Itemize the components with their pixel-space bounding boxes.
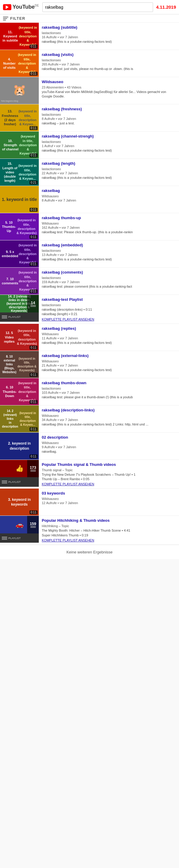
- result-title[interactable]: rakselbag (description-links): [42, 408, 177, 413]
- result-title[interactable]: Wildsauseo: [42, 80, 177, 85]
- playlist-link[interactable]: KOMPLETTE PLAYLIST ANSEHEN: [42, 482, 177, 486]
- result-desc: The Mighty Booth: Hitcher – Hitch-Hiker …: [42, 528, 177, 537]
- filter-bar[interactable]: FILTER: [0, 14, 179, 23]
- playlist-bar: PLAYLIST: [0, 533, 39, 543]
- result-title[interactable]: rakselbag (subtitle): [42, 25, 177, 30]
- duration-badge: 0:11: [30, 289, 38, 293]
- thumbnail: 7. 10 comments(keyword in title,descript…: [0, 268, 39, 294]
- duration-badge: 0:11: [30, 373, 38, 377]
- result-meta: 1 Aufruf • vor 7 Jahren: [42, 144, 177, 148]
- list-item: 5. 10 Thumbs-Up(keyword in title,descrip…: [0, 213, 179, 240]
- result-title[interactable]: Popular Hitchhiking & Thumb videos: [42, 518, 177, 523]
- result-info: rakselbag-test Playlist lastactionseo ra…: [39, 295, 179, 323]
- result-info: rakselbag (replies) Wildsauseo 11 Aufruf…: [39, 324, 179, 351]
- result-channel: 23 Abonnenten • 43 Videos: [42, 86, 177, 89]
- playlist-count: 173: [27, 460, 39, 477]
- search-input[interactable]: [42, 2, 153, 12]
- list-item: 8. 10 external links(Blogs, Websites)(ke…: [0, 351, 179, 378]
- result-title[interactable]: rakselbag (external-links): [42, 353, 177, 359]
- result-info: Popular Thumbs signal & Thumb videos Thu…: [39, 460, 179, 489]
- filter-icon: [3, 17, 8, 20]
- no-more-results: Keine weiteren Ergebnisse: [0, 545, 179, 559]
- result-title[interactable]: 02 description: [42, 435, 177, 440]
- result-meta: 8 Aufrufe • vor 7 Jahren: [42, 198, 177, 202]
- thumbnail: 9. 5 x embedded(keyword in title,descrip…: [0, 240, 39, 267]
- results-list: 11. Keyword in subtitle(keyword in title…: [0, 23, 179, 545]
- result-meta: 13 Aufrufe • vor 7 Jahren: [42, 253, 177, 256]
- result-channel: lastactionseo: [42, 113, 177, 116]
- list-item: 15. Length of video(double length)(keywo…: [0, 159, 179, 186]
- result-title[interactable]: rakselbag thumbs-down: [42, 381, 177, 386]
- result-desc: rakselbag test: just visits, please no t…: [42, 67, 177, 71]
- result-title[interactable]: rakselbag thumbs-up: [42, 216, 177, 221]
- thumbnail: 10. Strength of channel(keyword in title…: [0, 131, 39, 158]
- thumbnail: 14. 2 (relevant)links in descr.(keyword …: [0, 295, 39, 322]
- header-date: 4.11.2019: [156, 4, 176, 9]
- playlist-link[interactable]: KOMPLETTE PLAYLIST ANSEHEN: [42, 538, 177, 542]
- thumbnail: 🚗 159 PLAYLIST: [0, 516, 39, 543]
- result-channel: lastactionseo: [42, 386, 177, 390]
- result-channel: Wildsauseo: [42, 222, 177, 225]
- thumbnail: 8. 10 external links(Blogs, Websites)(ke…: [0, 351, 39, 378]
- result-channel: Wildsauseo: [42, 414, 177, 417]
- playlist-count: 159: [27, 516, 39, 533]
- result-info: 02 description Wildsauseo 9 Aufrufe • vo…: [39, 433, 179, 460]
- thumbnail: 5. 10 Thumbs-Up(keyword in title,descrip…: [0, 213, 39, 240]
- result-info: rakselbag (freshness) lastactionseo 8 Au…: [39, 104, 179, 131]
- duration-badge: 0:11: [30, 427, 38, 431]
- result-desc: rakselbag (this is a youtube-ranking-fac…: [42, 422, 177, 427]
- youtube-logo[interactable]: YouTubeDE: [3, 4, 39, 10]
- result-info: rakselbag thumbs-up Wildsauseo 162 Aufru…: [39, 213, 179, 240]
- result-desc: rakselbag (this is a youtube-ranking-fac…: [42, 368, 177, 372]
- result-title[interactable]: rakselbag (visits): [42, 52, 177, 57]
- result-meta: 103 Aufrufe • vor 7 Jahren: [42, 391, 177, 394]
- result-title[interactable]: 03 keywords: [42, 491, 177, 496]
- result-channel: Wildsauseo: [42, 332, 177, 336]
- thumbnail: 13. Freshness(2 days fresher)(keyword in…: [0, 104, 39, 131]
- result-meta: 34 Aufrufe • vor 7 Jahren: [42, 418, 177, 422]
- result-desc: rakselbag (this is a youtube-ranking-fac…: [42, 176, 177, 180]
- list-item: 12. 5 Video replies(keyword in title,des…: [0, 324, 179, 351]
- result-meta: 12 Aufrufe • vor 7 Jahren: [42, 501, 177, 505]
- result-title[interactable]: rakselbag (freshness): [42, 107, 177, 112]
- result-info: Popular Hitchhiking & Thumb videos Hitch…: [39, 516, 179, 545]
- result-title[interactable]: rakselbag (length): [42, 161, 177, 166]
- result-title[interactable]: rakselbag (channel-strengh): [42, 134, 177, 139]
- result-title[interactable]: rakselbag-test Playlist: [42, 297, 177, 302]
- list-item: 1. keyword in title 0:11 rakselbag Wilds…: [0, 186, 179, 213]
- duration-badge: 0:11: [30, 346, 38, 349]
- result-meta: 16 Aufrufe • vor 7 Jahren: [42, 35, 177, 39]
- thumbnail: 11. Keyword in subtitle(keyword in title…: [0, 23, 39, 50]
- thumbnail: 4. Number of visits(keyword in title,des…: [0, 50, 39, 77]
- result-channel: lastactionseo: [42, 31, 177, 35]
- result-desc: rakselbag (this is a youtube-ranking-fac…: [42, 148, 177, 153]
- result-channel: lastactionseo: [42, 303, 177, 307]
- result-title[interactable]: Popular Thumbs signal & Thumb videos: [42, 462, 177, 467]
- result-meta: 22 Aufrufe • vor 7 Jahren: [42, 171, 177, 175]
- result-channel: Wildsauseo: [42, 360, 177, 363]
- result-channel: lastactionseo: [42, 276, 177, 280]
- result-desc: rakselbag (this is a youtube-ranking-fac…: [42, 39, 177, 44]
- result-desc: rakselbag (description-links) • 0:11raks…: [42, 307, 177, 317]
- result-title[interactable]: rakselbag (comments): [42, 270, 177, 275]
- result-desc: rakselbag test: please comment (this is …: [42, 284, 177, 289]
- filter-label: FILTER: [10, 16, 25, 21]
- result-title[interactable]: rakselbag: [42, 188, 177, 193]
- result-title[interactable]: rakselbag (replies): [42, 326, 177, 331]
- duration-badge: 0:11: [30, 72, 38, 76]
- result-desc: rakselbag (this is a youtube-ranking-fac…: [42, 257, 177, 261]
- result-info: rakselbag (channel-strengh) lastactionse…: [39, 131, 179, 158]
- playlist-count: 14: [27, 295, 39, 312]
- playlist-link[interactable]: KOMPLETTE PLAYLIST ANSEHEN: [42, 317, 177, 321]
- thumbnail: 👍 173 PLAYLIST: [0, 460, 39, 487]
- result-channel: Wildsauseo: [42, 441, 177, 445]
- result-meta: 21 Aufrufe • vor 7 Jahren: [42, 364, 177, 367]
- result-meta: 11 Aufrufe • vor 7 Jahren: [42, 336, 177, 340]
- list-item: 14. 2 (relevant) linksin description(key…: [0, 405, 179, 433]
- result-channel: lastactionseo: [42, 58, 177, 62]
- list-item: 3. keyword inkeywords 0:11 03 keywords W…: [0, 489, 179, 516]
- list-item: 6. 10 Thumbs-Down(keyword in title,descr…: [0, 378, 179, 405]
- result-desc: youTube-Kanal von Martin Mißfeldt (tagSe…: [42, 90, 177, 99]
- result-title[interactable]: rakselbag (embedded): [42, 243, 177, 248]
- result-info: rakselbag (comments) lastactionseo 159 A…: [39, 268, 179, 294]
